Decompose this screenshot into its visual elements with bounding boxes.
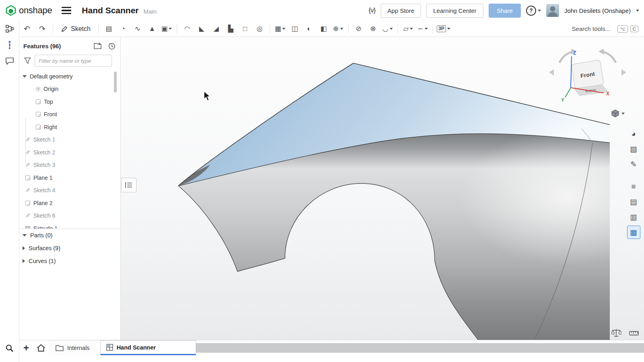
section-parts[interactable]: Parts (0) <box>19 229 120 242</box>
share-button[interactable]: Share <box>489 4 521 18</box>
feature-list-flyout-button[interactable] <box>121 178 136 192</box>
feature-item-right[interactable]: Right <box>19 121 120 134</box>
chamfer-icon[interactable]: ◣ <box>194 22 209 36</box>
fillet-icon[interactable]: ◠ <box>180 22 194 36</box>
chevron-down-icon[interactable] <box>169 28 172 30</box>
chevron-down-icon[interactable] <box>538 10 541 12</box>
boolean-icon[interactable]: ◐ <box>302 22 316 36</box>
shell-icon[interactable]: □ <box>238 22 252 36</box>
plane-icon[interactable]: ▱ <box>401 22 415 36</box>
rotate-right-triangle-icon[interactable] <box>621 69 626 76</box>
display-mode-icon[interactable]: ▧ <box>627 142 640 156</box>
chevron-right-icon[interactable] <box>23 259 25 263</box>
feature-item-extrude-1[interactable]: Extrude 1 <box>19 222 120 228</box>
feature-list-panel-icon[interactable] <box>0 21 19 37</box>
loft-icon[interactable]: ▲ <box>145 22 159 36</box>
sweep-icon[interactable]: ∿ <box>130 22 145 36</box>
measure-dimension-icon[interactable]: 3P <box>436 22 451 36</box>
section-curves[interactable]: Curves (1) <box>19 255 120 267</box>
help-menu[interactable]: ? <box>526 6 541 16</box>
user-name[interactable]: John Desilets (Onshape) <box>564 7 631 14</box>
chevron-down-icon[interactable] <box>23 75 27 78</box>
feature-item-plane-1[interactable]: Plane 1 <box>19 171 120 184</box>
workspace-name[interactable]: Main <box>144 6 157 15</box>
hole-icon[interactable]: ◎ <box>252 22 267 36</box>
chevron-down-icon[interactable] <box>621 113 625 115</box>
rotate-left-triangle-icon[interactable] <box>549 69 554 76</box>
view-display-mode-button[interactable] <box>611 109 625 117</box>
feature-item-sketch-4[interactable]: ✎Sketch 4 <box>19 184 120 197</box>
filter-funnel-icon[interactable] <box>24 58 31 64</box>
chevron-down-icon[interactable] <box>390 28 393 30</box>
tab-internals[interactable]: Internals <box>49 340 100 355</box>
rotate-left-arrow-icon[interactable] <box>559 52 572 63</box>
modify-fillet-icon[interactable]: ◡ <box>380 22 395 36</box>
chevron-down-icon[interactable] <box>636 10 639 12</box>
feature-item-sketch-6[interactable]: ✎Sketch 6 <box>19 210 120 222</box>
chevron-down-icon[interactable] <box>282 28 285 30</box>
chevron-down-icon[interactable] <box>340 28 343 30</box>
feature-item-top[interactable]: Top <box>19 95 120 108</box>
tab-hand-scanner-active[interactable]: Hand Scanner <box>100 340 196 355</box>
delete-face-icon[interactable]: ⊗ <box>366 22 380 36</box>
feature-item-sketch-1[interactable]: ✎Sketch 1 <box>19 134 120 146</box>
units-ruler-icon[interactable] <box>629 328 639 337</box>
split-icon[interactable]: ◧ <box>316 22 331 36</box>
chevron-down-icon[interactable] <box>425 28 428 30</box>
delete-part-icon[interactable]: ⊘ <box>351 22 366 36</box>
revolve-icon[interactable]: ◔ <box>116 22 130 36</box>
search-tools-input[interactable] <box>572 25 615 32</box>
chevron-right-icon[interactable] <box>23 246 25 250</box>
help-icon[interactable]: ? <box>526 6 536 16</box>
chevron-down-icon[interactable] <box>23 234 27 237</box>
learning-center-button[interactable]: Learning Center <box>426 4 483 18</box>
home-tab-button[interactable] <box>33 340 49 355</box>
outline-list-icon[interactable]: ≡ <box>627 180 640 193</box>
feature-item-plane-2[interactable]: Plane 2 <box>19 197 120 210</box>
document-title[interactable]: Hand Scanner <box>82 6 138 15</box>
main-menu-icon[interactable] <box>62 7 71 14</box>
feature-item-origin[interactable]: Origin <box>19 83 120 96</box>
feature-filter-input[interactable] <box>35 55 112 67</box>
chevron-down-icon[interactable] <box>410 28 413 30</box>
add-folder-icon[interactable] <box>94 42 102 49</box>
redo-button[interactable]: ↷ <box>35 24 50 33</box>
insert-derived-icon[interactable]: ▤ <box>101 22 116 36</box>
history-clock-icon[interactable] <box>108 42 116 50</box>
app-store-button[interactable]: App Store <box>381 4 421 18</box>
section-surfaces[interactable]: Surfaces (9) <box>19 242 120 255</box>
tab-strip-scrollbar[interactable] <box>196 343 644 353</box>
appearance-icon[interactable]: ◕ <box>627 127 640 140</box>
sketch-button[interactable]: Sketch <box>56 22 95 36</box>
tree-scrollbar-thumb[interactable] <box>114 72 117 93</box>
search-features-icon[interactable] <box>0 340 19 356</box>
view-cube[interactable]: Front Bottom Z Y X <box>547 46 628 103</box>
mate-connector-panel-icon[interactable] <box>0 37 19 53</box>
graphics-viewport[interactable]: Front Bottom Z Y X ◕▧✎≡▤▥▦ <box>121 37 644 340</box>
rib-icon[interactable]: ▙ <box>223 22 238 36</box>
edit-appearance-icon[interactable]: ✎ <box>627 158 640 171</box>
sheet-metal-icon[interactable]: ▥ <box>627 210 640 224</box>
bom-table-icon[interactable]: ▤ <box>627 195 640 208</box>
extrude-icon[interactable]: ▣ <box>159 22 174 36</box>
mirror-icon[interactable]: ◫ <box>287 22 302 36</box>
feature-item-sketch-2[interactable]: ✎Sketch 2 <box>19 146 120 159</box>
transform-icon[interactable]: ⊕ <box>331 22 345 36</box>
mass-properties-icon[interactable] <box>611 328 621 337</box>
rotate-right-arrow-icon[interactable] <box>604 52 616 63</box>
versions-check-icon[interactable]: ▦ <box>627 226 640 239</box>
search-tools[interactable]: ⌥ C <box>572 25 638 33</box>
versions-icon[interactable]: {v} <box>369 6 376 14</box>
curve-icon[interactable]: ∽ <box>415 22 430 36</box>
undo-button[interactable]: ↶ <box>19 24 35 33</box>
feature-item-default-geometry[interactable]: Default geometry <box>19 70 120 83</box>
user-avatar[interactable] <box>546 4 559 17</box>
onshape-logo[interactable]: onshape <box>6 5 52 16</box>
linear-pattern-icon[interactable]: ▦ <box>273 22 287 36</box>
comments-panel-icon[interactable] <box>0 53 19 69</box>
chevron-down-icon[interactable] <box>447 28 450 30</box>
feature-item-sketch-3[interactable]: ✎Sketch 3 <box>19 159 120 172</box>
feature-item-front[interactable]: Front <box>19 108 120 121</box>
draft-icon[interactable]: ◢ <box>209 22 223 36</box>
new-tab-button[interactable]: + <box>19 340 33 355</box>
